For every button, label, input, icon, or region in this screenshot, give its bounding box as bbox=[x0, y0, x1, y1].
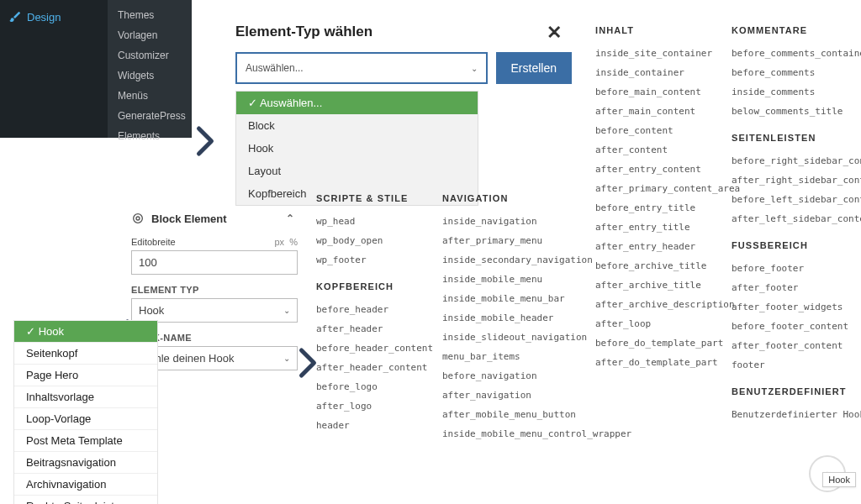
close-icon[interactable]: ✕ bbox=[547, 22, 562, 44]
hook-item[interactable]: before_header bbox=[316, 300, 425, 319]
chevron-up-icon[interactable]: ⌃ bbox=[286, 213, 294, 224]
sidebar-label-design: Design bbox=[27, 11, 61, 24]
hook-item[interactable]: after_main_content bbox=[595, 102, 721, 121]
hook-item[interactable]: wp_footer bbox=[316, 250, 425, 270]
hook-item[interactable]: before_content bbox=[595, 121, 721, 140]
hook-item[interactable]: before_do_template_part bbox=[595, 333, 721, 353]
element-typ-select[interactable]: Hook⌄ bbox=[131, 298, 298, 323]
hook-item[interactable]: inside_mobile_header bbox=[442, 308, 594, 328]
dropdown-option[interactable]: Layout bbox=[236, 160, 478, 182]
hook-item[interactable]: after_primary_menu bbox=[442, 231, 594, 250]
hook-item[interactable]: after_entry_header bbox=[595, 237, 721, 256]
hook-item[interactable]: before_right_sidebar_content bbox=[732, 151, 861, 171]
hook-group-heading: Fussbereich bbox=[732, 240, 861, 250]
hook-item[interactable]: after_header_content bbox=[316, 358, 425, 377]
hook-item[interactable]: inside_slideout_navigation bbox=[442, 328, 594, 347]
element-typ-option[interactable]: Loop-Vorlage bbox=[14, 407, 157, 429]
hook-columns-right: Inhaltinside_site_containerinside_contai… bbox=[595, 25, 861, 424]
element-typ-option[interactable]: Seitenkopf bbox=[14, 342, 157, 364]
hook-item[interactable]: inside_container bbox=[595, 63, 721, 82]
hook-item[interactable]: Benutzerdefinierter Hook bbox=[732, 405, 861, 424]
hook-item[interactable]: before_navigation bbox=[442, 366, 594, 386]
hook-item[interactable]: after_archive_title bbox=[595, 276, 721, 295]
hook-item[interactable]: after_entry_title bbox=[595, 218, 721, 237]
hook-item[interactable]: after_loop bbox=[595, 314, 721, 333]
hook-item[interactable]: inside_mobile_menu_control_wrapper bbox=[442, 424, 594, 444]
hook-item[interactable]: after_content bbox=[595, 140, 721, 160]
hook-item[interactable]: before_comments_container bbox=[732, 44, 861, 63]
hook-item[interactable]: menu_bar_items bbox=[442, 347, 594, 366]
hook-group-heading: Kopfbereich bbox=[316, 281, 425, 291]
element-type-select[interactable]: Auswählen... ⌄ bbox=[235, 52, 488, 84]
hook-item[interactable]: inside_navigation bbox=[442, 212, 594, 231]
hook-item[interactable]: after_entry_content bbox=[595, 160, 721, 179]
hook-item[interactable]: header bbox=[316, 416, 425, 435]
element-typ-option[interactable]: Hook bbox=[14, 320, 157, 342]
hook-item[interactable]: after_logo bbox=[316, 396, 425, 416]
hook-item[interactable]: before_footer_content bbox=[732, 317, 861, 336]
wp-submenu-item[interactable]: Menüs bbox=[108, 86, 192, 106]
block-panel-title: Block Element bbox=[151, 213, 227, 225]
sidebar-item-design[interactable]: Design bbox=[0, 5, 108, 29]
hook-item[interactable]: before_comments bbox=[732, 63, 861, 82]
wp-submenu-item[interactable]: Widgets bbox=[108, 66, 192, 86]
hook-item[interactable]: wp_head bbox=[316, 212, 425, 231]
chooser-title: Element-Typ wählen bbox=[235, 24, 372, 40]
select-placeholder: Auswählen... bbox=[246, 62, 304, 74]
svg-point-1 bbox=[136, 217, 140, 220]
hook-item[interactable]: before_entry_title bbox=[595, 198, 721, 218]
hook-item[interactable]: inside_site_container bbox=[595, 44, 721, 63]
element-type-chooser: Element-Typ wählen ✕ Auswählen... ⌄ Erst… bbox=[235, 24, 572, 206]
wp-submenu-item[interactable]: GeneratePress bbox=[108, 106, 192, 126]
hook-item[interactable]: footer bbox=[732, 355, 861, 375]
wp-admin-sidebar: Design ThemesVorlagenCustomizerWidgetsMe… bbox=[0, 0, 192, 138]
hook-group-heading: Inhalt bbox=[595, 25, 721, 35]
hook-item[interactable]: after_archive_description bbox=[595, 295, 721, 314]
element-typ-option-list: HookSeitenkopfPage HeroInhaltsvorlageLoo… bbox=[13, 320, 158, 504]
hook-item[interactable]: after_footer_content bbox=[732, 336, 861, 355]
hook-tooltip: Hook bbox=[822, 472, 856, 487]
arrow-right-1 bbox=[192, 124, 219, 160]
element-typ-option[interactable]: Beitragsnavigation bbox=[14, 451, 157, 473]
hook-item[interactable]: before_archive_title bbox=[595, 256, 721, 276]
wp-submenu-item[interactable]: Themes bbox=[108, 5, 192, 25]
hook-item[interactable]: after_do_template_part bbox=[595, 353, 721, 372]
element-typ-option[interactable]: Page Hero bbox=[14, 364, 157, 386]
create-button[interactable]: Erstellen bbox=[496, 52, 572, 84]
dropdown-option[interactable]: Auswählen... bbox=[236, 92, 478, 114]
hook-group-heading: Benutzerdefiniert bbox=[732, 386, 861, 396]
hook-item[interactable]: before_left_sidebar_content bbox=[732, 190, 861, 209]
dropdown-option[interactable]: Hook bbox=[236, 137, 478, 160]
hook-item[interactable]: after_navigation bbox=[442, 386, 594, 405]
hook-group-heading: Seitenleisten bbox=[732, 133, 861, 143]
hook-item[interactable]: inside_secondary_navigation bbox=[442, 250, 594, 270]
hook-item[interactable]: wp_body_open bbox=[316, 231, 425, 250]
hook-item[interactable]: after_left_sidebar_content bbox=[732, 209, 861, 228]
wp-submenu-item[interactable]: Customizer bbox=[108, 45, 192, 66]
element-typ-option[interactable]: Inhaltsvorlage bbox=[14, 386, 157, 407]
element-typ-option[interactable]: Post Meta Template bbox=[14, 429, 157, 451]
hook-item[interactable]: inside_comments bbox=[732, 82, 861, 102]
dropdown-option[interactable]: Block bbox=[236, 114, 478, 137]
chevron-down-icon: ⌄ bbox=[471, 64, 478, 73]
hook-item[interactable]: inside_mobile_menu_bar bbox=[442, 289, 594, 308]
element-typ-option[interactable]: Rechte Seitenleiste bbox=[14, 495, 157, 504]
hook-item[interactable]: before_header_content bbox=[316, 339, 425, 358]
wp-submenu-item[interactable]: Vorlagen bbox=[108, 25, 192, 45]
hook-item[interactable]: after_header bbox=[316, 319, 425, 339]
hook-item[interactable]: before_main_content bbox=[595, 82, 721, 102]
hook-item[interactable]: after_primary_content_area bbox=[595, 179, 721, 198]
editor-width-input[interactable] bbox=[131, 250, 298, 275]
wp-submenu-item[interactable]: Elements bbox=[108, 126, 192, 146]
hook-item[interactable]: before_logo bbox=[316, 377, 425, 396]
hook-item[interactable]: below_comments_title bbox=[732, 102, 861, 121]
element-typ-option[interactable]: Archivnavigation bbox=[14, 473, 157, 495]
hook-item[interactable]: after_footer bbox=[732, 278, 861, 297]
hook-item[interactable]: before_footer bbox=[732, 259, 861, 278]
hook-item[interactable]: inside_mobile_menu bbox=[442, 270, 594, 289]
hook-item[interactable]: after_mobile_menu_button bbox=[442, 405, 594, 424]
hook-item[interactable]: after_right_sidebar_content bbox=[732, 171, 861, 190]
target-icon bbox=[131, 212, 145, 225]
hook-item[interactable]: after_footer_widgets bbox=[732, 297, 861, 317]
hook-columns-middle: Scripte & Stilewp_headwp_body_openwp_foo… bbox=[316, 193, 594, 444]
